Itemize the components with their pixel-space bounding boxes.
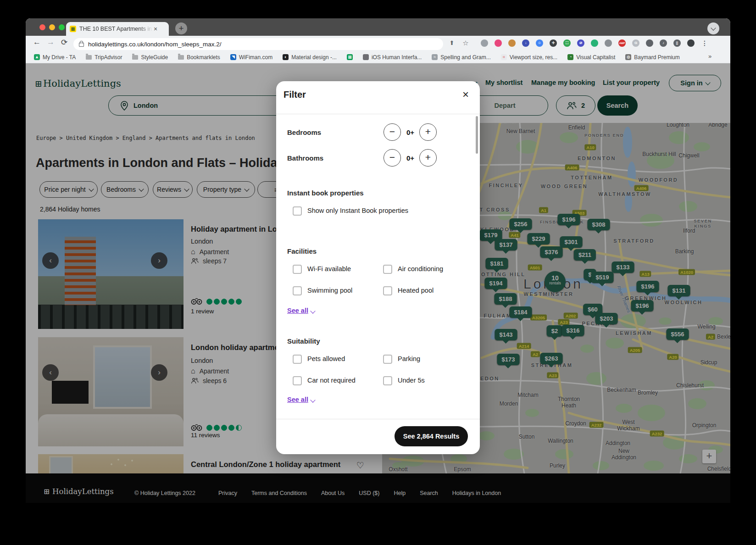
stepper-increase-button[interactable]: +	[419, 149, 437, 167]
bookmarks-bar: ▲My Drive - TATripAdvisorStyleGuideBookm…	[26, 51, 730, 63]
stepper-label: Bathrooms	[287, 154, 323, 162]
checkbox-wi-fi-available[interactable]	[293, 265, 302, 274]
adblock-icon[interactable]: ABP	[618, 39, 626, 47]
bookmark-item[interactable]: ▲My Drive - TA	[34, 54, 76, 61]
checkbox-label: Heated pool	[398, 287, 434, 294]
smiley-icon[interactable]: ☺	[536, 39, 543, 47]
material-icon: ◐	[283, 54, 289, 60]
bookmarks-overflow-chevron[interactable]: »	[708, 53, 712, 60]
bookmark-item[interactable]: TripAdvisor	[86, 54, 122, 61]
checkbox-swimming-pool[interactable]	[293, 286, 302, 295]
checkbox-car-not-required[interactable]	[293, 376, 302, 385]
sidebar-icon[interactable]: ▯	[673, 39, 681, 47]
tab-close-icon[interactable]: ×	[154, 25, 157, 33]
downloader-icon[interactable]: ↓	[522, 39, 529, 47]
bookmark-item[interactable]: ◔Visual Capitalist	[567, 54, 615, 61]
forward-button[interactable]: →	[47, 38, 55, 47]
lens-icon[interactable]	[495, 39, 502, 47]
folder-icon	[178, 55, 184, 60]
checkbox-label: Under 5s	[398, 377, 425, 384]
wifiman-icon: ◥	[230, 54, 236, 60]
bookmark-item[interactable]: ⌗Viewport size, res...	[501, 54, 557, 61]
folder-icon	[86, 55, 92, 60]
address-bar[interactable]: holidaylettings.co.uk/london/hom_sleeps_…	[73, 38, 443, 50]
eyedropper-icon[interactable]	[605, 39, 612, 47]
reload-button[interactable]: ⟳	[61, 38, 67, 47]
chevron-down-icon	[310, 308, 315, 313]
viewport-icon: ⌗	[501, 54, 507, 60]
bookmark-label: Bookmarklets	[187, 54, 220, 61]
bookmark-label: WiFiman.com	[239, 54, 272, 61]
cookie-icon[interactable]	[508, 39, 516, 47]
checkbox-air-conditioning[interactable]	[383, 265, 392, 274]
avatar-icon[interactable]	[687, 39, 695, 47]
drive-icon: ▲	[34, 54, 40, 60]
new-tab-button[interactable]: +	[175, 22, 187, 34]
share-icon[interactable]: ⬆	[448, 39, 456, 47]
lock-icon	[79, 43, 84, 47]
bookmark-label: StyleGuide	[141, 54, 168, 61]
filter-modal: Filter × Bedrooms−0++Bathrooms−0++Instan…	[276, 81, 480, 454]
minimize-window-button[interactable]	[49, 24, 55, 30]
playlist-icon[interactable]: ♪	[660, 39, 667, 47]
camera-icon[interactable]	[481, 39, 488, 47]
bookmark-item[interactable]: iOS Human Interfa...	[363, 54, 422, 61]
puzzle-icon[interactable]	[646, 39, 653, 47]
bookmark-star-icon[interactable]: ☆	[461, 39, 470, 47]
bookmark-label: Visual Capitalist	[576, 54, 615, 61]
checkbox-label: Wi-Fi available	[307, 265, 351, 272]
folder-icon	[132, 55, 138, 60]
bookmark-item[interactable]: ◍Baymard Premium	[625, 54, 679, 61]
checkbox-show-only-instant-book-properties[interactable]	[293, 206, 302, 216]
checkbox-label: Air conditioning	[398, 265, 443, 272]
bookmark-item[interactable]: ◐Material design -...	[283, 54, 337, 61]
g-circle-icon[interactable]: G	[632, 39, 639, 47]
tab-search-chevron-icon[interactable]	[707, 22, 719, 34]
bookmark-item[interactable]: StyleGuide	[132, 54, 168, 61]
checkbox-heated-pool[interactable]	[383, 286, 392, 295]
sheets-icon: ▦	[347, 54, 353, 60]
bookmark-item[interactable]: ≈Spelling and Gram...	[432, 54, 490, 61]
checkbox-parking[interactable]	[383, 355, 392, 364]
shield-icon[interactable]: Ø	[577, 39, 584, 47]
move-icon[interactable]: ✛	[550, 39, 557, 47]
back-button[interactable]: ←	[33, 38, 41, 47]
divider	[276, 114, 480, 114]
bookmark-label: TripAdvisor	[94, 54, 122, 61]
see-all-link[interactable]: See all	[287, 396, 315, 403]
modal-scrollbar[interactable]	[476, 116, 478, 154]
stepper-increase-button[interactable]: +	[419, 123, 437, 141]
see-results-button[interactable]: See 2,864 Results	[395, 426, 468, 446]
modal-close-icon[interactable]: ×	[460, 89, 472, 100]
bookmark-label: Viewport size, res...	[510, 54, 557, 61]
url-text: holidaylettings.co.uk/london/hom_sleeps_…	[88, 41, 221, 48]
checkbox-pets-allowed[interactable]	[293, 355, 302, 364]
close-window-button[interactable]	[39, 24, 45, 30]
menu-dots-icon[interactable]: ⋮	[701, 39, 708, 47]
zoom-window-button[interactable]	[59, 24, 65, 30]
divider	[276, 419, 480, 419]
browser-window: ▦ THE 10 BEST Apartments in Lo × + ← → ⟳…	[26, 18, 730, 503]
capture-icon[interactable]: ⛶	[563, 39, 571, 47]
checkbox-label: Car not required	[307, 377, 356, 384]
browser-tab[interactable]: ▦ THE 10 BEST Apartments in Lo ×	[66, 22, 169, 36]
stepper-decrease-button[interactable]: −	[384, 123, 401, 141]
section-heading: Facilities	[287, 247, 317, 255]
bookmark-label: Material design -...	[291, 54, 337, 61]
bookmark-item[interactable]: ◥WiFiman.com	[230, 54, 272, 61]
bookmark-item[interactable]: ▦	[347, 54, 353, 60]
apple-icon	[363, 54, 369, 60]
bookmark-label: Spelling and Gram...	[440, 54, 490, 61]
see-all-link[interactable]: See all	[287, 307, 315, 314]
tab-strip: ▦ THE 10 BEST Apartments in Lo × +	[26, 18, 730, 36]
checkbox-under-5s[interactable]	[383, 376, 392, 385]
stepper-decrease-button[interactable]: −	[384, 149, 401, 167]
bookmark-label: My Drive - TA	[43, 54, 76, 61]
checkbox-label: Pets allowed	[307, 355, 345, 362]
bird-icon[interactable]	[591, 39, 598, 47]
checkbox-label: Swimming pool	[307, 287, 352, 294]
bookmark-item[interactable]: Bookmarklets	[178, 54, 220, 61]
stepper-value: 0+	[406, 154, 414, 162]
languagetool-icon: ≈	[432, 54, 438, 60]
filter-modal-title: Filter	[284, 89, 306, 100]
